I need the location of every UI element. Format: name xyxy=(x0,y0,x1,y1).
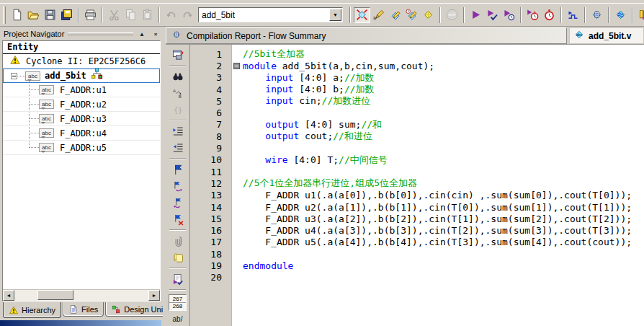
new-file-button[interactable] xyxy=(9,7,25,23)
panel-grab-handle[interactable] xyxy=(68,32,133,35)
toolbar-separator xyxy=(632,7,633,23)
code-line: 6 xyxy=(190,107,644,118)
undo-button[interactable] xyxy=(163,7,179,23)
entity-column-header[interactable]: Entity xyxy=(3,41,160,54)
tree-horizontal-scrollbar[interactable]: ◄ ► xyxy=(3,289,160,301)
panel-collapse-button[interactable]: ▲ xyxy=(137,30,147,39)
project-navigator-titlebar[interactable]: Project Navigator ▲ × xyxy=(0,27,163,40)
line-number: 19 xyxy=(190,260,232,271)
match-brace-button[interactable]: {} xyxy=(169,102,187,118)
pin-planner-button[interactable] xyxy=(403,7,420,23)
code-line: 13 F_ADDR u1(.a(a[0]),.b(b[0]),.cin(cin)… xyxy=(190,190,644,201)
fold-toggle-icon[interactable] xyxy=(233,63,240,69)
printer-icon xyxy=(84,8,97,22)
braces-icon: {} xyxy=(171,103,184,116)
line-number: 13 xyxy=(190,190,232,201)
toolbar-separator xyxy=(169,229,186,231)
replace-ab-icon: AB xyxy=(171,87,184,100)
report-timing-button[interactable] xyxy=(524,7,541,23)
tree-row-instance[interactable]: abcF_ADDR:u2 xyxy=(3,97,160,112)
save-all-button[interactable] xyxy=(58,7,75,23)
settings-button[interactable] xyxy=(370,7,387,23)
print-button[interactable] xyxy=(82,7,99,23)
panel-close-button[interactable]: × xyxy=(151,30,161,39)
toggle-bookmark-button[interactable] xyxy=(169,162,187,177)
line-number: 2 xyxy=(190,61,232,71)
save-button[interactable] xyxy=(42,7,58,23)
copy-button[interactable] xyxy=(122,7,139,23)
programmer-button[interactable] xyxy=(636,7,644,23)
open-file-button[interactable] xyxy=(25,7,42,23)
macro-button[interactable] xyxy=(169,250,187,265)
cut-button[interactable] xyxy=(106,7,122,23)
tree-row-instance[interactable]: abcF_ADDR:u4 xyxy=(3,126,160,141)
toolbar-separator xyxy=(608,7,609,23)
warning-icon xyxy=(9,54,21,68)
tree-row-instance[interactable]: abcF_ADDR:u3 xyxy=(3,112,160,126)
tree-row-device[interactable]: Cyclone II: EP2C5F256C6 xyxy=(3,54,160,69)
code-line: 10 wire [4:0] T;//中间信号 xyxy=(190,154,644,166)
paste-button[interactable] xyxy=(139,7,156,23)
find-button[interactable] xyxy=(169,69,187,84)
tree-dotted-connector xyxy=(30,133,39,133)
scissors-icon xyxy=(107,8,121,22)
compilation-report-button[interactable] xyxy=(589,7,605,23)
analyze-current-file-button[interactable] xyxy=(169,271,187,287)
scroll-left-arrow[interactable]: ◄ xyxy=(3,290,14,301)
instance-label: F_ADDR:u5 xyxy=(60,143,107,153)
tree-row-instance[interactable]: abcF_ADDR:u5 xyxy=(3,141,160,155)
save-file-button[interactable] xyxy=(169,47,187,63)
stack-docs-icon xyxy=(60,8,73,22)
simulator-tool-button[interactable] xyxy=(565,7,581,23)
code-text: F_ADDR u1(.a(a[0]),.b(b[0]),.cin(cin) ,.… xyxy=(243,190,632,201)
code-line: 20 xyxy=(190,272,644,283)
clear-bookmarks-button[interactable] xyxy=(169,211,187,227)
line-number: 18 xyxy=(190,249,232,260)
play-clock-icon xyxy=(502,8,516,22)
toolbar-separator xyxy=(169,289,186,291)
current-entity-combobox[interactable]: add_5bit▼ xyxy=(198,7,343,22)
code-line: 1//5bit全加器 xyxy=(190,48,644,60)
code-line: 9 xyxy=(190,142,644,154)
code-line: 17 F_ADDR u5(.a(a[4]),.b(b[4]),.cin(T[3]… xyxy=(190,237,644,248)
compilation-report-titlebar[interactable]: Compilation Report - Flow Summary xyxy=(166,27,567,44)
line-number: 3 xyxy=(190,72,232,83)
hdl-file-icon: abc xyxy=(573,29,585,43)
compiler-tool-button[interactable] xyxy=(354,7,370,23)
tree-dotted-connector xyxy=(30,118,39,119)
find-replace-button[interactable]: AB xyxy=(169,85,187,101)
docked-window-titlebar-strip[interactable] xyxy=(0,320,161,326)
start-analysis-synthesis-button[interactable] xyxy=(484,7,501,23)
timing-closure-floorplan-button[interactable] xyxy=(420,7,437,23)
tab-hierarchy[interactable]: Hierarchy xyxy=(3,302,61,318)
timing-analyzer-tool-button[interactable] xyxy=(541,7,558,23)
decrease-indent-button[interactable] xyxy=(169,140,187,156)
start-timing-analysis-button[interactable] xyxy=(501,7,517,23)
tab-files[interactable]: Files xyxy=(63,302,104,317)
scrollbar-track[interactable] xyxy=(14,290,148,301)
insert-template-button[interactable] xyxy=(169,233,187,249)
scroll-right-arrow[interactable]: ► xyxy=(148,290,160,301)
tree-expander-icon[interactable] xyxy=(11,73,17,79)
tree-row-instance[interactable]: abcF_ADDR:u1 xyxy=(3,83,160,97)
abc-gem-icon: abc xyxy=(573,29,585,40)
previous-bookmark-button[interactable] xyxy=(169,195,187,211)
rtl-viewer-button[interactable] xyxy=(612,7,629,23)
scrollbar-thumb[interactable] xyxy=(37,290,73,300)
assignment-editor-button[interactable] xyxy=(387,7,403,23)
navigator-tabs: HierarchyFilesDesign Units xyxy=(0,302,163,319)
combobox-dropdown-arrow[interactable]: ▼ xyxy=(329,9,341,21)
redo-button[interactable] xyxy=(179,7,196,23)
code-text: //5bit全加器 xyxy=(243,48,305,61)
toolbar-grip[interactable] xyxy=(3,6,6,24)
code-text: F_ADDR u2(.a(a[1]),.b(b[1]),.cin(T[0]),.… xyxy=(243,202,632,213)
tree-row-root-entity[interactable]: abc add_5bit xyxy=(3,69,160,83)
clipboard-icon xyxy=(140,8,154,22)
stop-processing-button[interactable]: STOP xyxy=(444,7,460,23)
start-compilation-button[interactable] xyxy=(468,7,484,23)
line-number: 16 xyxy=(190,225,232,236)
code-editing-area[interactable]: 1//5bit全加器2module add_5bit(a,b,cin,sum,c… xyxy=(189,45,644,326)
next-bookmark-button[interactable] xyxy=(169,178,187,194)
editor-window-titlebar[interactable]: abc add_5bit.v xyxy=(569,27,644,44)
increase-indent-button[interactable] xyxy=(169,123,187,139)
